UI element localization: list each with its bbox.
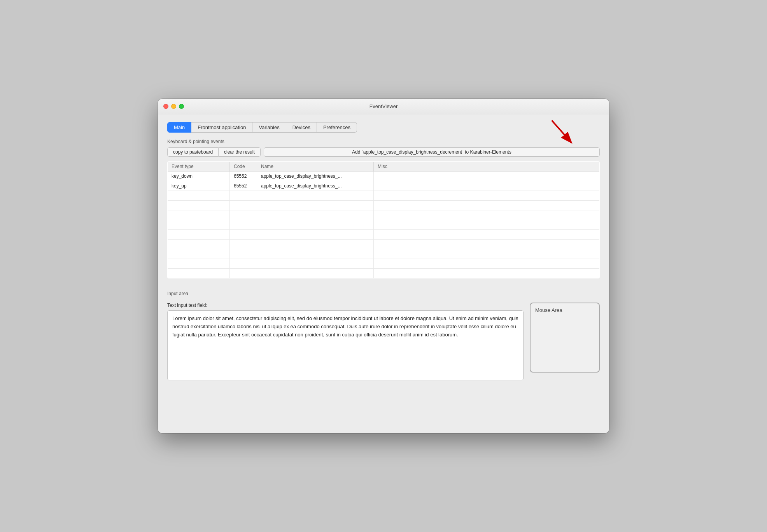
empty-cell	[257, 220, 374, 230]
table-empty-row	[168, 259, 600, 269]
cell-name: apple_top_case_display_brightness_...	[257, 172, 374, 181]
table-header-row: Event type Code Name Misc	[168, 162, 600, 172]
tab-bar: Main Frontmost application Variables Dev…	[167, 122, 600, 133]
empty-cell	[257, 259, 374, 269]
empty-cell	[168, 269, 230, 278]
empty-cell	[168, 259, 230, 269]
empty-cell	[374, 191, 600, 201]
empty-cell	[374, 201, 600, 210]
empty-cell	[257, 249, 374, 259]
empty-cell	[374, 220, 600, 230]
cell-code: 65552	[230, 181, 257, 191]
empty-cell	[230, 201, 257, 210]
empty-cell	[230, 249, 257, 259]
table-empty-row	[168, 230, 600, 240]
input-area-label: Input area	[167, 291, 600, 296]
empty-cell	[374, 230, 600, 240]
text-input-section: Text input test field:	[167, 303, 524, 382]
empty-cell	[168, 201, 230, 210]
cell-event-type: key_down	[168, 172, 230, 181]
empty-cell	[257, 201, 374, 210]
keyboard-section: Keyboard & pointing events copy to paste…	[167, 139, 600, 288]
cell-name: apple_top_case_display_brightness_...	[257, 181, 374, 191]
empty-cell	[168, 240, 230, 249]
empty-cell	[230, 191, 257, 201]
tab-variables[interactable]: Variables	[252, 122, 286, 133]
action-buttons-row: copy to pasteboard clear the result Add …	[167, 147, 600, 157]
empty-cell	[168, 220, 230, 230]
clear-result-button[interactable]: clear the result	[219, 147, 261, 157]
table-empty-row	[168, 240, 600, 249]
titlebar: EventViewer	[158, 99, 609, 114]
table-empty-row	[168, 210, 600, 220]
close-button[interactable]	[163, 104, 168, 109]
empty-cell	[230, 240, 257, 249]
empty-cell	[230, 259, 257, 269]
table-empty-row	[168, 191, 600, 201]
empty-cell	[374, 259, 600, 269]
empty-cell	[374, 210, 600, 220]
empty-cell	[230, 269, 257, 278]
col-header-event-type: Event type	[168, 162, 230, 172]
empty-cell	[230, 220, 257, 230]
tab-devices[interactable]: Devices	[286, 122, 317, 133]
empty-cell	[257, 269, 374, 278]
content-area: Main Frontmost application Variables Dev…	[158, 114, 609, 433]
cell-code: 65552	[230, 172, 257, 181]
mouse-area-box[interactable]: Mouse Area	[530, 303, 600, 373]
empty-cell	[257, 230, 374, 240]
table-empty-row	[168, 269, 600, 278]
table-empty-row	[168, 220, 600, 230]
minimize-button[interactable]	[171, 104, 176, 109]
col-header-misc: Misc	[374, 162, 600, 172]
empty-cell	[257, 210, 374, 220]
add-to-karabiner-button[interactable]: Add `apple_top_case_display_brightness_d…	[264, 147, 600, 157]
text-input-label: Text input test field:	[167, 303, 524, 308]
input-area-row: Text input test field: Mouse Area	[167, 303, 600, 382]
empty-cell	[374, 269, 600, 278]
traffic-lights	[163, 104, 184, 109]
mouse-area-label: Mouse Area	[535, 307, 562, 313]
tab-frontmost[interactable]: Frontmost application	[191, 122, 252, 133]
table-row: key_down 65552 apple_top_case_display_br…	[168, 172, 600, 181]
main-window: EventViewer Main Frontmost application V…	[158, 99, 609, 433]
empty-cell	[168, 210, 230, 220]
text-input-field[interactable]	[167, 310, 524, 380]
cell-event-type: key_up	[168, 181, 230, 191]
empty-cell	[230, 230, 257, 240]
table-empty-row	[168, 249, 600, 259]
window-title: EventViewer	[369, 103, 398, 109]
table-row: key_up 65552 apple_top_case_display_brig…	[168, 181, 600, 191]
cell-misc	[374, 181, 600, 191]
empty-cell	[374, 240, 600, 249]
cell-misc	[374, 172, 600, 181]
tab-main[interactable]: Main	[167, 122, 191, 133]
input-area: Input area Text input test field: Mouse …	[167, 291, 600, 382]
empty-cell	[257, 191, 374, 201]
empty-cell	[257, 240, 374, 249]
empty-cell	[168, 249, 230, 259]
maximize-button[interactable]	[179, 104, 184, 109]
col-header-name: Name	[257, 162, 374, 172]
col-header-code: Code	[230, 162, 257, 172]
empty-cell	[168, 230, 230, 240]
tab-preferences[interactable]: Preferences	[317, 122, 357, 133]
event-table: Event type Code Name Misc key_down 65552…	[167, 161, 600, 278]
empty-cell	[374, 249, 600, 259]
table-empty-row	[168, 201, 600, 210]
empty-cell	[230, 210, 257, 220]
keyboard-section-label: Keyboard & pointing events	[167, 139, 600, 144]
copy-pasteboard-button[interactable]: copy to pasteboard	[167, 147, 219, 157]
empty-cell	[168, 191, 230, 201]
